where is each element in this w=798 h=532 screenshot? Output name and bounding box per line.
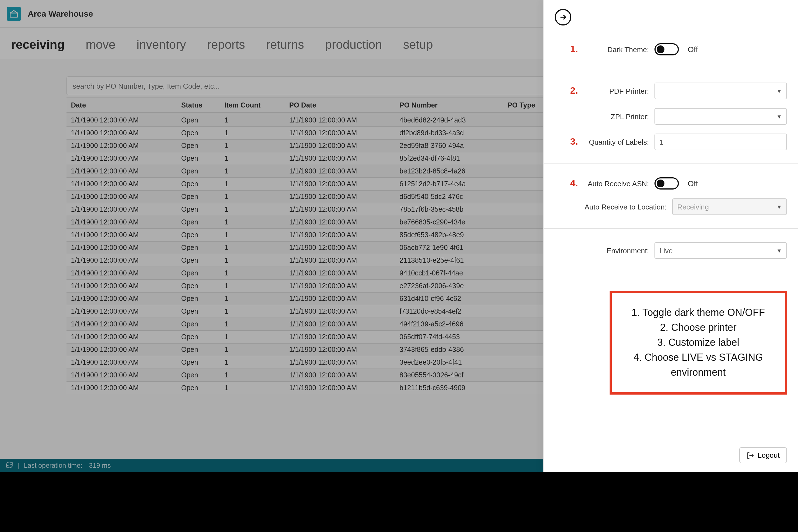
legend-line-3: 3. Customize label bbox=[622, 335, 775, 350]
statusbar-label: Last operation time: bbox=[24, 462, 82, 469]
reload-icon[interactable] bbox=[5, 461, 13, 470]
app-title: Arca Warehouse bbox=[28, 9, 93, 18]
env-label: Environment: bbox=[584, 246, 654, 255]
col-status[interactable]: Status bbox=[177, 98, 220, 113]
black-strip bbox=[0, 472, 798, 532]
nav-item-reports[interactable]: reports bbox=[207, 38, 245, 52]
legend-line-1: 1. Toggle dark theme ON/OFF bbox=[622, 305, 775, 320]
nav-item-production[interactable]: production bbox=[325, 38, 382, 52]
auto-asn-state: Off bbox=[688, 179, 698, 188]
col-po-number[interactable]: PO Number bbox=[395, 98, 503, 113]
dark-theme-toggle[interactable] bbox=[654, 43, 679, 55]
dark-theme-label: Dark Theme: bbox=[584, 45, 654, 54]
auto-asn-label: Auto Receive ASN: bbox=[584, 179, 654, 188]
col-date[interactable]: Date bbox=[66, 98, 177, 113]
nav-item-inventory[interactable]: inventory bbox=[137, 38, 186, 52]
zpl-printer-select[interactable]: ▼ bbox=[654, 108, 787, 125]
auto-asn-toggle[interactable] bbox=[654, 177, 679, 190]
annotation-2: 2. bbox=[555, 86, 584, 96]
logout-label: Logout bbox=[758, 451, 780, 459]
nav-item-returns[interactable]: returns bbox=[266, 38, 304, 52]
dark-theme-state: Off bbox=[688, 45, 698, 54]
nav-item-move[interactable]: move bbox=[86, 38, 116, 52]
qty-labels-label: Quantity of Labels: bbox=[584, 138, 654, 146]
settings-panel: 1. Dark Theme: Off 2. PDF Printer: ▼ ZPL… bbox=[543, 0, 798, 472]
col-po-date[interactable]: PO Date bbox=[285, 98, 395, 113]
legend-line-4: 4. Choose LIVE vs STAGING environment bbox=[622, 350, 775, 380]
qty-labels-input[interactable] bbox=[654, 134, 787, 150]
close-panel-button[interactable] bbox=[555, 9, 571, 25]
legend-line-2: 2. Choose printer bbox=[622, 320, 775, 335]
app-logo bbox=[7, 6, 21, 21]
annotation-3: 3. bbox=[555, 136, 584, 147]
pdf-printer-label: PDF Printer: bbox=[584, 87, 654, 95]
statusbar-value: 319 ms bbox=[89, 462, 111, 469]
col-item-count[interactable]: Item Count bbox=[220, 98, 285, 113]
annotation-4: 4. bbox=[555, 178, 584, 189]
nav-item-receiving[interactable]: receiving bbox=[11, 38, 64, 52]
auto-loc-label: Auto Receive to Location: bbox=[584, 203, 672, 211]
pdf-printer-select[interactable]: ▼ bbox=[654, 82, 787, 99]
logout-button[interactable]: Logout bbox=[739, 447, 787, 463]
nav-item-setup[interactable]: setup bbox=[403, 38, 433, 52]
annotation-1: 1. bbox=[555, 44, 584, 55]
zpl-printer-label: ZPL Printer: bbox=[584, 112, 654, 120]
env-select[interactable]: Live▼ bbox=[654, 242, 787, 259]
legend-box: 1. Toggle dark theme ON/OFF 2. Choose pr… bbox=[610, 291, 787, 395]
auto-loc-select[interactable]: Receiving▼ bbox=[672, 198, 787, 215]
logout-icon bbox=[746, 451, 754, 459]
